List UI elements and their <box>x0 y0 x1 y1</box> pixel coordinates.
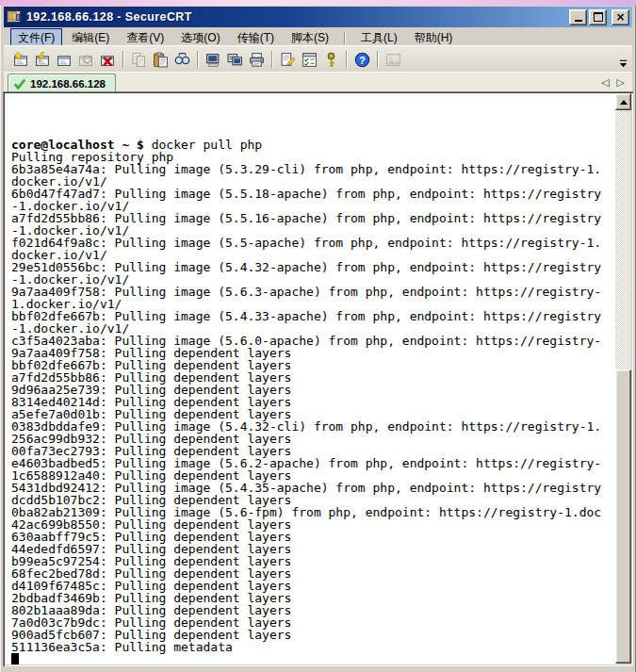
session-tab-icon <box>57 52 73 68</box>
minimize-icon <box>575 20 582 22</box>
find-icon <box>174 52 190 68</box>
toolbar-separator <box>346 51 348 68</box>
toolbar-separator <box>271 51 273 68</box>
toolbar-button-key[interactable] <box>320 49 342 70</box>
tab-scroll-right-icon[interactable]: ▷ <box>617 76 625 89</box>
toolbar-overflow-button[interactable] <box>617 57 629 70</box>
scrollbar-up-icon <box>620 100 628 105</box>
toolbar-separator <box>122 51 124 68</box>
capture-icon <box>205 52 221 68</box>
toolbar-button-quick-connect[interactable] <box>32 49 54 70</box>
trace-icon <box>227 52 243 68</box>
scrollbar-up-button[interactable] <box>615 93 631 110</box>
quick-connect-icon <box>35 52 51 68</box>
toolbar-button-app <box>383 49 404 70</box>
toolbar-button-print[interactable] <box>246 49 268 70</box>
toolbar-button-paste[interactable] <box>150 49 171 70</box>
securecrt-window: 192.168.66.128 - SecureCRT × 文件(F)编辑(E)查… <box>0 0 636 672</box>
tab-scroll-nav: ◁ ▷ <box>601 76 632 89</box>
session-tab-active[interactable]: 192.168.66.128 <box>8 74 116 92</box>
toolbar-button-properties[interactable] <box>277 49 299 70</box>
toolbar-button-session-options[interactable] <box>299 49 320 70</box>
connected-check-icon <box>13 78 26 90</box>
connect-icon <box>13 52 29 68</box>
disconnect-icon <box>100 52 116 68</box>
maximize-button[interactable] <box>589 9 607 25</box>
toolbar-button-reconnect <box>75 49 97 70</box>
close-button[interactable]: × <box>612 9 629 25</box>
maximize-icon <box>594 12 603 22</box>
toolbar-button-help[interactable]: ? <box>351 49 373 70</box>
reconnect-icon <box>78 52 94 68</box>
terminal-line: 511136ea3c5a: Pulling metadata <box>11 641 614 653</box>
toolbar-button-disconnect[interactable] <box>97 49 119 70</box>
toolbar: ? <box>4 45 632 74</box>
toolbar-button-session-tab[interactable] <box>54 49 75 70</box>
copy-icon <box>131 52 147 68</box>
toolbar-button-copy <box>128 49 150 70</box>
help-icon: ? <box>354 52 370 68</box>
toolbar-separator <box>197 51 199 68</box>
terminal-area[interactable]: core@localhost ~ $ docker pull phpPullin… <box>3 91 633 666</box>
terminal-screen[interactable]: core@localhost ~ $ docker pull phpPullin… <box>5 93 614 664</box>
toolbar-button-connect[interactable] <box>10 49 32 70</box>
close-icon: × <box>615 12 625 22</box>
terminal-cursor-line <box>11 653 614 664</box>
toolbar-overflow-icon <box>618 58 628 69</box>
toolbar-separator <box>377 51 379 68</box>
scrollbar-thumb[interactable] <box>615 369 631 664</box>
menu-bar: 文件(F)编辑(E)查看(V)选项(O)传输(T)脚本(S)工具(L)帮助(H) <box>4 28 632 47</box>
paste-icon <box>153 52 169 68</box>
title-bar[interactable]: 192.168.66.128 - SecureCRT × <box>4 7 632 27</box>
toolbar-button-find[interactable] <box>171 49 193 70</box>
window-title: 192.168.66.128 - SecureCRT <box>26 10 567 24</box>
svg-text:?: ? <box>359 54 366 65</box>
toolbar-button-trace[interactable] <box>224 49 246 70</box>
session-options-icon <box>302 52 318 68</box>
key-icon <box>323 52 339 68</box>
minimize-button[interactable] <box>569 9 587 25</box>
properties-icon <box>280 52 296 68</box>
securecrt-app-icon <box>7 9 22 25</box>
toolbar-button-capture[interactable] <box>203 49 224 70</box>
print-icon <box>249 52 265 68</box>
menu-separator <box>344 32 346 44</box>
terminal-cursor <box>11 653 19 664</box>
window-frame: 192.168.66.128 - SecureCRT × 文件(F)编辑(E)查… <box>0 6 636 672</box>
tab-scroll-left-icon[interactable]: ◁ <box>601 76 609 89</box>
scrollbar-track[interactable] <box>615 93 631 664</box>
session-tab-label: 192.168.66.128 <box>30 78 106 90</box>
app-icon <box>385 52 401 68</box>
tab-bar: 192.168.66.128 ◁ ▷ <box>4 72 632 92</box>
